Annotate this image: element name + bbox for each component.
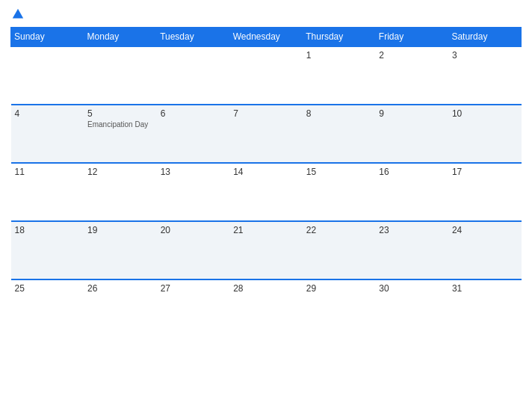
day-cell: 14 (229, 163, 303, 221)
day-cell: 27 (157, 279, 230, 338)
day-cell: 23 (375, 221, 448, 279)
calendar-grid: SundayMondayTuesdayWednesdayThursdayFrid… (10, 27, 522, 338)
day-cell: 4 (11, 105, 84, 163)
day-number: 10 (452, 108, 518, 119)
weekday-tuesday: Tuesday (157, 28, 230, 47)
day-number: 2 (379, 50, 445, 61)
weekday-header-row: SundayMondayTuesdayWednesdayThursdayFrid… (11, 28, 522, 47)
day-cell: 6 (157, 105, 230, 163)
day-cell (157, 46, 230, 105)
day-number: 19 (87, 225, 153, 235)
day-cell: 26 (84, 279, 157, 338)
week-row-1: 123 (11, 46, 522, 105)
day-cell: 22 (303, 221, 376, 279)
day-number: 4 (15, 108, 81, 119)
day-cell (11, 46, 84, 105)
header (10, 7, 522, 21)
day-number: 15 (306, 167, 372, 177)
day-number: 13 (161, 167, 226, 177)
day-number: 29 (306, 283, 372, 294)
day-number: 11 (15, 167, 81, 177)
weekday-saturday: Saturday (448, 28, 522, 47)
weekday-wednesday: Wednesday (229, 28, 303, 47)
day-cell: 5Emancipation Day (84, 105, 157, 163)
day-cell: 25 (11, 279, 84, 338)
day-cell: 13 (157, 163, 230, 221)
week-row-3: 11121314151617 (11, 163, 522, 221)
day-number: 17 (452, 167, 518, 177)
day-number: 23 (379, 225, 445, 235)
day-cell: 1 (303, 46, 376, 105)
logo (10, 7, 25, 21)
holiday-name: Emancipation Day (87, 120, 153, 129)
day-cell: 15 (303, 163, 376, 221)
day-number: 8 (306, 108, 372, 119)
day-number: 16 (379, 167, 445, 177)
day-number: 7 (233, 108, 299, 119)
day-cell: 8 (303, 105, 376, 163)
logo-icon (11, 7, 25, 21)
day-number: 20 (161, 225, 226, 235)
day-cell: 21 (229, 221, 303, 279)
day-number: 1 (306, 50, 372, 61)
day-cell: 17 (448, 163, 522, 221)
day-number: 30 (379, 283, 445, 294)
day-cell: 2 (375, 46, 448, 105)
day-number: 25 (15, 283, 81, 294)
day-number: 28 (233, 283, 299, 294)
day-cell: 28 (229, 279, 303, 338)
day-number: 14 (233, 167, 299, 177)
day-cell (84, 46, 157, 105)
day-cell: 7 (229, 105, 303, 163)
day-cell: 29 (303, 279, 376, 338)
day-number: 22 (306, 225, 372, 235)
day-cell: 3 (448, 46, 522, 105)
day-number: 27 (161, 283, 226, 294)
week-row-4: 18192021222324 (11, 221, 522, 279)
day-number: 12 (87, 167, 153, 177)
weekday-thursday: Thursday (303, 28, 376, 47)
day-cell: 30 (375, 279, 448, 338)
day-cell: 12 (84, 163, 157, 221)
day-cell: 16 (375, 163, 448, 221)
day-cell: 19 (84, 221, 157, 279)
day-cell (229, 46, 303, 105)
day-cell: 10 (448, 105, 522, 163)
day-cell: 18 (11, 221, 84, 279)
day-number: 18 (15, 225, 81, 235)
day-number: 26 (87, 283, 153, 294)
svg-marker-0 (13, 9, 23, 19)
day-cell: 24 (448, 221, 522, 279)
day-number: 31 (452, 283, 518, 294)
weekday-sunday: Sunday (11, 28, 84, 47)
day-number: 24 (452, 225, 518, 235)
day-number: 5 (87, 108, 153, 119)
day-number: 6 (161, 108, 226, 119)
day-cell: 9 (375, 105, 448, 163)
weekday-friday: Friday (375, 28, 448, 47)
day-number: 9 (379, 108, 445, 119)
calendar-container: SundayMondayTuesdayWednesdayThursdayFrid… (0, 0, 532, 411)
day-number: 3 (452, 50, 518, 61)
day-cell: 20 (157, 221, 230, 279)
day-number: 21 (233, 225, 299, 235)
day-cell: 11 (11, 163, 84, 221)
week-row-2: 45Emancipation Day678910 (11, 105, 522, 163)
weekday-monday: Monday (84, 28, 157, 47)
week-row-5: 25262728293031 (11, 279, 522, 338)
day-cell: 31 (448, 279, 522, 338)
